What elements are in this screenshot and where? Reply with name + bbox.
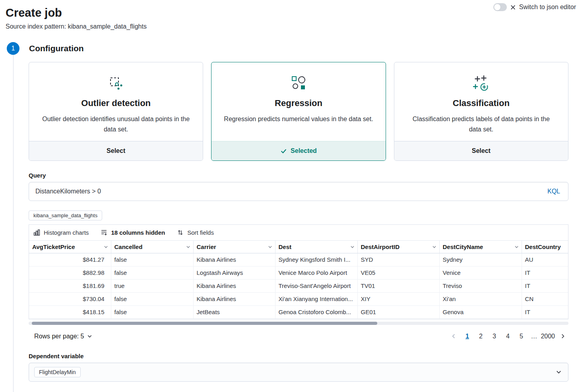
dependent-variable-label: Dependent variable bbox=[29, 353, 568, 359]
cell: $841.27 bbox=[29, 253, 111, 266]
table-row: $181.69 true Kibana Airlines Treviso-San… bbox=[29, 279, 568, 292]
card-body: Classification Classification predicts l… bbox=[394, 62, 568, 141]
next-page-button[interactable] bbox=[557, 330, 568, 342]
step-heading: Configuration bbox=[29, 44, 84, 53]
rows-per-page-button[interactable]: Rows per page: 5 bbox=[34, 333, 93, 340]
column-header-destairportid[interactable]: DestAirportID bbox=[357, 241, 439, 253]
cell: Logstash Airways bbox=[193, 266, 275, 279]
cell: Genova bbox=[439, 305, 522, 319]
grid-footer: Rows per page: 5 1 2 3 4 5 … 2000 bbox=[29, 330, 568, 342]
sort-fields-label: Sort fields bbox=[187, 229, 214, 236]
regression-selected-button[interactable]: Selected bbox=[211, 141, 385, 160]
column-header-carrier[interactable]: Carrier bbox=[193, 241, 275, 253]
query-input[interactable]: DistanceKilometers > 0 KQL bbox=[29, 182, 568, 201]
step-header: 1 Configuration bbox=[7, 42, 580, 55]
cell: Venice bbox=[439, 266, 522, 279]
check-icon bbox=[280, 148, 287, 154]
table-header-row: AvgTicketPrice Cancelled Carrier Dest De… bbox=[29, 241, 568, 253]
cell: Xi'an Xianyang Internation... bbox=[275, 292, 357, 305]
cell: Sydney Kingsford Smith I... bbox=[275, 253, 357, 266]
rows-per-page-label: Rows per page: 5 bbox=[34, 333, 84, 340]
sort-icon bbox=[177, 229, 184, 236]
columns-hidden-button[interactable]: 18 columns hidden bbox=[101, 229, 165, 236]
page-button-1[interactable]: 1 bbox=[461, 330, 473, 342]
histogram-charts-button[interactable]: Histogram charts bbox=[33, 229, 89, 236]
card-body: Regression Regression predicts numerical… bbox=[211, 62, 385, 141]
cell: Kibana Airlines bbox=[193, 292, 275, 305]
index-pattern-badge: kibana_sample_data_flights bbox=[29, 210, 102, 220]
cell: $730.04 bbox=[29, 292, 111, 305]
query-section: Query DistanceKilometers > 0 KQL bbox=[29, 172, 568, 201]
cell: true bbox=[111, 279, 193, 292]
cell: Xi'an bbox=[439, 292, 522, 305]
previous-page-button[interactable] bbox=[448, 330, 460, 342]
card-description: Regression predicts numerical values in … bbox=[223, 114, 373, 124]
query-value: DistanceKilometers > 0 bbox=[35, 188, 101, 195]
cell: GE01 bbox=[357, 305, 439, 319]
page-header: Create job Source index pattern: kibana_… bbox=[0, 0, 580, 30]
table-row: $730.04 false Kibana Airlines Xi'an Xian… bbox=[29, 292, 568, 305]
card-description: Classification predicts labels of data p… bbox=[406, 114, 556, 135]
column-header-cancelled[interactable]: Cancelled bbox=[111, 241, 193, 253]
cell: false bbox=[111, 253, 193, 266]
page-button-2[interactable]: 2 bbox=[475, 330, 487, 342]
cell: $181.69 bbox=[29, 279, 111, 292]
scrollbar-thumb[interactable] bbox=[32, 322, 377, 325]
chevron-down-icon bbox=[555, 369, 562, 375]
chevron-down-icon bbox=[432, 244, 437, 249]
query-label: Query bbox=[29, 172, 568, 179]
select-classification-button[interactable]: Select bbox=[394, 141, 568, 160]
cell: IT bbox=[522, 266, 568, 279]
source-index-subtitle: Source index pattern: kibana_sample_data… bbox=[6, 23, 574, 30]
horizontal-scrollbar bbox=[29, 322, 568, 325]
toggle-thumb bbox=[494, 4, 501, 11]
column-header-dest[interactable]: Dest bbox=[275, 241, 357, 253]
chevron-down-icon bbox=[350, 244, 355, 249]
page-button-2000[interactable]: 2000 bbox=[541, 330, 555, 342]
chevron-down-icon bbox=[186, 244, 191, 249]
card-description: Outlier detection identifies unusual dat… bbox=[41, 114, 191, 135]
column-header-avgticketprice[interactable]: AvgTicketPrice bbox=[29, 241, 111, 253]
grid-toolbar: Histogram charts 18 columns hidden Sort … bbox=[29, 225, 568, 241]
dependent-variable-value-pill[interactable]: FlightDelayMin bbox=[34, 367, 81, 377]
query-language-button[interactable]: KQL bbox=[539, 188, 568, 195]
column-header-destcountry[interactable]: DestCountry bbox=[522, 241, 568, 253]
source-data-grid: Histogram charts 18 columns hidden Sort … bbox=[29, 224, 568, 319]
card-body: Outlier detection Outlier detection iden… bbox=[29, 62, 203, 141]
flights-table: AvgTicketPrice Cancelled Carrier Dest De… bbox=[29, 241, 568, 319]
table-row: $841.27 false Kibana Airlines Sydney Kin… bbox=[29, 253, 568, 266]
page-button-4[interactable]: 4 bbox=[502, 330, 514, 342]
selected-label: Selected bbox=[291, 147, 317, 154]
cell: $882.98 bbox=[29, 266, 111, 279]
toggle-off-cross-icon bbox=[510, 5, 516, 10]
dependent-variable-select[interactable]: FlightDelayMin bbox=[29, 363, 568, 382]
cell: Treviso bbox=[439, 279, 522, 292]
card-title: Regression bbox=[223, 98, 373, 108]
cell: Kibana Airlines bbox=[193, 253, 275, 266]
cell: AU bbox=[522, 253, 568, 266]
dependent-variable-section: Dependent variable FlightDelayMin bbox=[29, 353, 568, 382]
cell: Genoa Cristoforo Colomb... bbox=[275, 305, 357, 319]
page-title: Create job bbox=[6, 6, 574, 20]
cell: IT bbox=[522, 305, 568, 319]
chevron-down-icon bbox=[514, 244, 519, 249]
cell: XIY bbox=[357, 292, 439, 305]
classification-icon bbox=[406, 73, 556, 94]
cell: Venice Marco Polo Airport bbox=[275, 266, 357, 279]
table-row: $418.15 false JetBeats Genoa Cristoforo … bbox=[29, 305, 568, 319]
page-button-5[interactable]: 5 bbox=[515, 330, 527, 342]
chevron-down-icon bbox=[87, 333, 93, 339]
analysis-type-cards: Outlier detection Outlier detection iden… bbox=[29, 62, 568, 161]
pagination: 1 2 3 4 5 … 2000 bbox=[448, 330, 568, 342]
cell: IT bbox=[522, 279, 568, 292]
card-regression: Regression Regression predicts numerical… bbox=[211, 62, 386, 161]
json-editor-toggle[interactable] bbox=[493, 3, 507, 11]
select-outlier-detection-button[interactable]: Select bbox=[29, 141, 203, 160]
cell: CN bbox=[522, 292, 568, 305]
card-classification: Classification Classification predicts l… bbox=[394, 62, 568, 161]
cell: SYD bbox=[357, 253, 439, 266]
sort-fields-button[interactable]: Sort fields bbox=[177, 229, 214, 236]
configuration-step-body: Outlier detection Outlier detection iden… bbox=[13, 55, 580, 392]
page-button-3[interactable]: 3 bbox=[488, 330, 500, 342]
column-header-destcityname[interactable]: DestCityName bbox=[439, 241, 522, 253]
